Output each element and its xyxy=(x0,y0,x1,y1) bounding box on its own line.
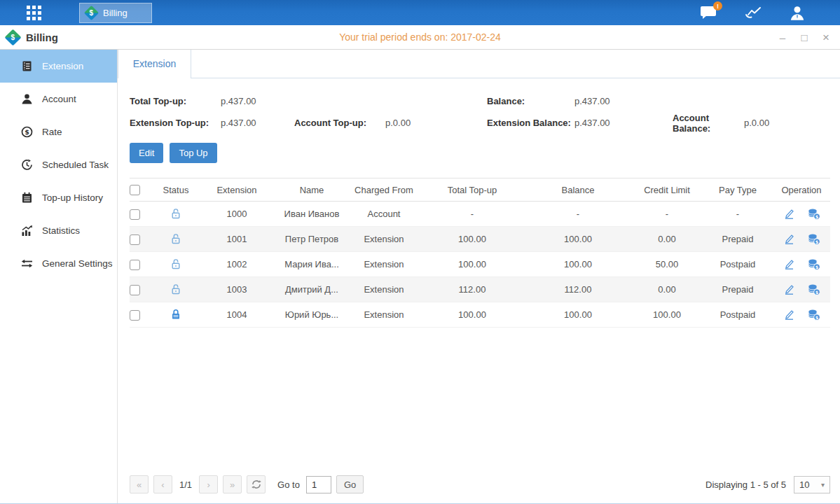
sidebar-item-account[interactable]: Account xyxy=(0,83,117,115)
balance-value: p.437.00 xyxy=(574,96,610,106)
cell-charged-from: Extension xyxy=(348,277,420,302)
minimize-button[interactable]: – xyxy=(777,32,788,43)
row-checkbox[interactable] xyxy=(130,209,140,220)
cell-extension: 1000 xyxy=(198,202,275,227)
cell-total-topup: 112.00 xyxy=(420,277,525,302)
col-operation: Operation xyxy=(773,178,830,202)
scheduled-task-icon xyxy=(21,159,33,171)
displaying-text: Displaying 1 - 5 of 5 xyxy=(705,479,786,490)
edit-row-icon[interactable] xyxy=(783,309,795,321)
edit-row-icon[interactable] xyxy=(783,233,795,245)
row-checkbox[interactable] xyxy=(130,234,140,245)
sidebar: Extension Account $ Rate xyxy=(0,50,118,503)
top-up-row-icon[interactable]: $ xyxy=(808,284,820,295)
monitor-chart-icon[interactable] xyxy=(745,6,762,20)
cell-charged-from: Extension xyxy=(348,252,420,277)
top-up-row-icon[interactable]: $ xyxy=(808,233,820,245)
cell-total-topup: 100.00 xyxy=(420,252,525,277)
page-size-select[interactable]: 10 ▾ xyxy=(794,476,830,493)
billing-diamond-icon: $ xyxy=(84,5,99,20)
cell-name: Мария Ива... xyxy=(275,252,348,277)
prev-page-button[interactable]: ‹ xyxy=(153,475,172,493)
lock-status-icon[interactable] xyxy=(170,258,181,269)
top-up-row-icon[interactable]: $ xyxy=(808,258,820,270)
sidebar-item-statistics[interactable]: Statistics xyxy=(0,214,117,247)
sidebar-item-label: Statistics xyxy=(42,225,80,236)
content-tab-row: Extension xyxy=(118,50,840,78)
edit-button[interactable]: Edit xyxy=(130,143,163,163)
general-settings-icon xyxy=(21,258,33,270)
top-up-row-icon[interactable]: $ xyxy=(808,309,820,321)
lock-status-icon[interactable] xyxy=(170,208,181,218)
account-balance-value: p.0.00 xyxy=(744,118,769,128)
total-topup-value: p.437.00 xyxy=(221,96,256,106)
messages-icon[interactable]: ! xyxy=(700,6,717,20)
cell-extension: 1004 xyxy=(198,302,275,328)
cell-name: Дмитрий Д... xyxy=(275,277,348,302)
cell-balance: 100.00 xyxy=(525,227,631,252)
table-row: 1002 Мария Ива... Extension 100.00 100.0… xyxy=(130,252,830,277)
cell-credit-limit: 0.00 xyxy=(631,227,703,252)
table-row: 1004 Юрий Юрь... Extension 100.00 100.00… xyxy=(130,302,830,328)
close-button[interactable]: × xyxy=(820,31,832,43)
edit-row-icon[interactable] xyxy=(783,208,795,220)
svg-text:$: $ xyxy=(815,239,818,245)
topbar-billing-tab[interactable]: $ Billing xyxy=(79,3,152,23)
edit-row-icon[interactable] xyxy=(783,284,795,295)
sidebar-item-label: Scheduled Task xyxy=(42,160,109,170)
cell-balance: - xyxy=(525,202,631,227)
extension-table: Status Extension Name Charged From Total… xyxy=(130,178,830,328)
table-row: 1001 Петр Петров Extension 100.00 100.00… xyxy=(130,227,830,252)
tab-extension[interactable]: Extension xyxy=(118,50,191,78)
account-balance-label: Account Balance: xyxy=(673,113,744,134)
cell-pay-type: Postpaid xyxy=(703,302,773,328)
sidebar-item-scheduled-task[interactable]: Scheduled Task xyxy=(0,148,117,181)
sidebar-item-general-settings[interactable]: General Settings xyxy=(0,247,117,280)
row-checkbox[interactable] xyxy=(130,285,140,295)
cell-credit-limit: 50.00 xyxy=(631,252,703,277)
edit-row-icon[interactable] xyxy=(783,258,795,270)
user-icon[interactable] xyxy=(790,6,805,20)
sidebar-item-rate[interactable]: $ Rate xyxy=(0,115,117,148)
topbar-tab-label: Billing xyxy=(103,8,128,18)
cell-pay-type: Prepaid xyxy=(703,227,773,252)
select-all-checkbox[interactable] xyxy=(130,185,140,195)
first-page-button[interactable]: « xyxy=(130,475,149,493)
page-size-value: 10 xyxy=(799,479,809,490)
cell-extension: 1001 xyxy=(198,227,275,252)
top-up-row-icon[interactable]: $ xyxy=(808,208,820,220)
cell-pay-type: Prepaid xyxy=(703,277,773,302)
notification-badge: ! xyxy=(713,1,722,10)
top-up-button[interactable]: Top Up xyxy=(170,143,216,163)
refresh-button[interactable] xyxy=(247,475,266,493)
maximize-button[interactable]: □ xyxy=(799,32,810,43)
col-name: Name xyxy=(275,178,348,202)
cell-charged-from: Extension xyxy=(348,302,420,328)
last-page-button[interactable]: » xyxy=(223,475,242,493)
account-icon xyxy=(21,93,33,105)
app-grid-icon[interactable] xyxy=(25,4,43,22)
row-checkbox[interactable] xyxy=(130,310,140,321)
goto-page-input[interactable] xyxy=(306,476,331,493)
rate-icon: $ xyxy=(21,126,33,138)
topup-history-icon xyxy=(21,192,33,204)
go-button[interactable]: Go xyxy=(336,475,364,493)
lock-status-icon[interactable] xyxy=(170,309,181,319)
lock-status-icon[interactable] xyxy=(170,284,181,294)
lock-status-icon[interactable] xyxy=(170,233,181,244)
table-row: 1003 Дмитрий Д... Extension 112.00 112.0… xyxy=(130,277,830,302)
table-header-row: Status Extension Name Charged From Total… xyxy=(130,178,830,202)
sidebar-item-extension[interactable]: Extension xyxy=(0,50,117,83)
billing-diamond-icon: $ xyxy=(4,29,21,46)
row-checkbox[interactable] xyxy=(130,260,140,270)
sidebar-item-topup-history[interactable]: Top-up History xyxy=(0,181,117,214)
caret-down-icon: ▾ xyxy=(821,481,825,489)
account-topup-label: Account Top-up: xyxy=(294,118,385,128)
cell-extension: 1002 xyxy=(198,252,275,277)
cell-name: Юрий Юрь... xyxy=(275,302,348,328)
col-credit-limit: Credit Limit xyxy=(631,178,703,202)
balance-label: Balance: xyxy=(487,96,574,106)
extension-table-body: 1000 Иван Иванов Account - - - - xyxy=(130,202,830,328)
next-page-button[interactable]: › xyxy=(199,475,218,493)
cell-charged-from: Extension xyxy=(348,227,420,252)
